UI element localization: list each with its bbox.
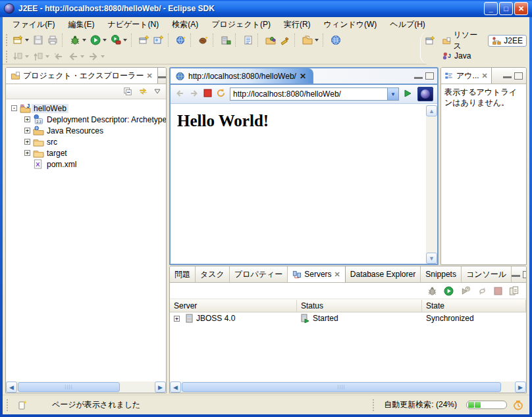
tree-item-helloweb[interactable]: - mJ helloWeb (6, 103, 166, 114)
title-bar[interactable]: J2EE - http://localhost:8080/helloWeb/ -… (0, 0, 532, 17)
forward-button[interactable] (86, 49, 101, 64)
perspective-j2ee[interactable]: J2EE (488, 35, 527, 47)
column-server[interactable]: Server (170, 300, 297, 312)
scroll-thumb[interactable] (18, 382, 120, 392)
browser-go-icon[interactable] (403, 89, 413, 100)
toolbar-grip-2[interactable] (6, 51, 9, 62)
tab-project-explorer[interactable]: プロジェクト・エクスプローラー ✕ (6, 68, 158, 84)
expand-toggle[interactable]: + (24, 128, 30, 134)
explorer-hscrollbar[interactable]: ◀ ▶ (6, 381, 166, 393)
publish-server-icon[interactable] (509, 286, 519, 296)
restart-server-icon[interactable] (477, 286, 487, 296)
last-edit-location-button[interactable] (51, 49, 66, 64)
tree-item-src[interactable]: + src (6, 136, 166, 147)
highlighter-button[interactable] (278, 33, 292, 47)
browser-stop-icon[interactable] (203, 89, 212, 99)
import-folder-button[interactable] (300, 33, 315, 47)
expand-toggle[interactable]: + (24, 116, 30, 122)
address-dropdown-icon[interactable]: ▼ (387, 88, 398, 100)
menu-project[interactable]: プロジェクト(P) (205, 18, 277, 32)
print-button[interactable] (45, 33, 60, 47)
scroll-right-icon[interactable]: ▶ (515, 381, 526, 393)
minimize-button[interactable]: _ (484, 2, 498, 15)
back-button[interactable] (66, 49, 80, 64)
browser-refresh-icon[interactable] (216, 88, 226, 100)
debug-dropdown[interactable] (82, 39, 86, 41)
external-tools-button[interactable] (109, 33, 123, 47)
menu-navigate[interactable]: ナビゲート(N) (101, 18, 165, 32)
column-status[interactable]: Status (297, 300, 422, 312)
tree-item-pom-xml[interactable]: X pom.xml (6, 159, 166, 170)
debug-button[interactable] (68, 33, 82, 47)
panel-hscrollbar[interactable]: ◀ ▶ (170, 381, 526, 393)
tree-item-target[interactable]: + target (6, 147, 166, 159)
new-server-button[interactable] (219, 33, 233, 47)
tab-problems[interactable]: 問題 (170, 266, 196, 282)
browser-forward-icon[interactable] (189, 88, 200, 101)
web-browser-button[interactable] (329, 33, 343, 47)
close-editor-icon[interactable]: ✕ (300, 72, 306, 81)
new-web-component-button[interactable] (137, 33, 151, 47)
menu-help[interactable]: ヘルプ(H) (384, 18, 431, 32)
maximize-outline-icon[interactable] (514, 72, 523, 80)
tree-item-java-resources[interactable]: + Java Resources (6, 125, 166, 136)
open-perspective-button[interactable] (423, 34, 437, 48)
toolbar-grip[interactable] (6, 34, 9, 46)
new-wizard-button[interactable] (11, 33, 25, 47)
debug-server-icon[interactable] (427, 286, 437, 296)
tab-servers[interactable]: Servers ✕ (288, 266, 346, 282)
tab-properties[interactable]: プロパティー (230, 266, 288, 282)
minimize-outline-icon[interactable] (503, 73, 512, 78)
perspective-java[interactable]: J Java (439, 51, 474, 61)
minimize-view-icon[interactable] (158, 73, 167, 78)
menu-run[interactable]: 実行(R) (278, 18, 317, 32)
stop-server-icon[interactable] (494, 287, 502, 295)
new-web-service-button[interactable] (174, 33, 188, 47)
maximize-panel-icon[interactable] (523, 271, 527, 278)
close-button[interactable]: ✕ (514, 2, 528, 15)
maximize-button[interactable]: □ (499, 2, 513, 15)
menu-file[interactable]: ファイル(F) (7, 18, 61, 32)
collapse-all-icon[interactable] (122, 87, 133, 96)
close-outline-icon[interactable]: ✕ (482, 72, 488, 80)
server-row-jboss[interactable]: + JBOSS 4.0 Started Synchronized (170, 312, 526, 324)
import-folder-dropdown[interactable] (315, 39, 319, 41)
run-dropdown[interactable] (103, 39, 107, 41)
eclipse-home-button[interactable] (417, 87, 433, 101)
run-button[interactable] (88, 33, 103, 47)
tab-database-explorer[interactable]: Database Explorer (346, 266, 421, 282)
new-ejb-button[interactable] (196, 33, 211, 47)
maximize-editor-icon[interactable] (425, 72, 434, 80)
tab-tasks[interactable]: タスク (196, 266, 230, 282)
browser-vscrollbar[interactable]: ▲ ▼ (426, 105, 437, 264)
view-menu-icon[interactable] (154, 89, 161, 94)
address-input[interactable] (230, 89, 387, 99)
close-view-icon[interactable]: ✕ (146, 72, 152, 80)
browser-back-icon[interactable] (174, 88, 185, 101)
scroll-up-icon[interactable]: ▲ (426, 105, 437, 116)
profile-server-icon[interactable] (460, 286, 471, 296)
tab-browser-editor[interactable]: http://localhost:8080/helloWeb/ ✕ (171, 68, 313, 84)
expand-toggle[interactable]: + (24, 139, 30, 145)
new-jsp-button[interactable] (151, 33, 166, 47)
external-tools-dropdown[interactable] (123, 39, 127, 41)
expand-server-toggle[interactable]: + (174, 316, 180, 322)
menu-window[interactable]: ウィンドウ(W) (318, 18, 383, 32)
scroll-left-icon[interactable]: ◀ (6, 381, 17, 393)
menu-edit[interactable]: 編集(E) (62, 18, 100, 32)
close-servers-icon[interactable]: ✕ (334, 270, 340, 279)
tab-console[interactable]: コンソール (462, 266, 512, 282)
minimize-editor-icon[interactable] (414, 74, 423, 79)
minimize-panel-icon[interactable] (512, 272, 520, 277)
tree-item-deployment-descriptor[interactable]: + 2.3 Deployment Descriptor: Archetype (6, 114, 166, 125)
scroll-down-icon[interactable]: ▼ (426, 253, 437, 264)
progress-view-icon[interactable] (512, 400, 524, 410)
tab-snippets[interactable]: Snippets (421, 266, 462, 282)
start-server-icon[interactable] (444, 286, 454, 296)
next-annotation-button[interactable] (11, 49, 25, 64)
menu-search[interactable]: 検索(A) (166, 18, 204, 32)
scroll-thumb[interactable] (182, 382, 501, 392)
save-button[interactable] (31, 33, 45, 47)
tab-outline[interactable]: アウ... ✕ (441, 68, 492, 84)
open-resource-button[interactable] (263, 33, 278, 47)
